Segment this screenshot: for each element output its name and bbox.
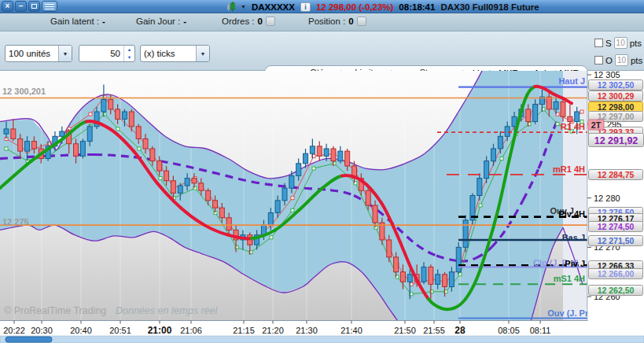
svg-text:12 280: 12 280: [594, 194, 620, 203]
title-bar: × – ▼ DAXXXXX i 12 298,00 (-0,23%) 08:18…: [0, 0, 644, 13]
instrument-name: DAX30 Full0918 Future: [440, 2, 539, 12]
svg-text:08:05: 08:05: [498, 326, 520, 335]
svg-text:Piv J: Piv J: [565, 259, 585, 268]
svg-text:2T: 2T: [591, 120, 602, 130]
o-checkbox[interactable]: [594, 56, 603, 65]
svg-text:12 284,75: 12 284,75: [598, 170, 635, 179]
o-points-input[interactable]: 10: [615, 54, 628, 66]
clock-time: 08:18:41: [399, 2, 435, 12]
svg-text:12 274,50: 12 274,50: [598, 222, 635, 231]
svg-text:21:06: 21:06: [180, 326, 202, 335]
units-select-value: 100 unités: [6, 49, 58, 58]
svg-text:12 305: 12 305: [594, 71, 620, 79]
svg-text:Données en temps réel: Données en temps réel: [116, 305, 218, 316]
gain-latent-label: Gain latent :: [50, 17, 99, 26]
account-bar: Gain latent : - Gain Jour : - Ordres : 0…: [0, 13, 644, 31]
chevron-down-icon[interactable]: ▼: [58, 46, 72, 61]
o-label: O: [605, 56, 613, 65]
svg-text:12 298,00: 12 298,00: [598, 102, 635, 112]
spinner-arrows-icon[interactable]: ▲▼: [123, 46, 134, 61]
svg-text:21:40: 21:40: [340, 326, 362, 335]
svg-text:12 262,50: 12 262,50: [598, 286, 635, 295]
position-count: Position : 0: [308, 17, 366, 26]
svg-text:12 302,50: 12 302,50: [598, 80, 635, 90]
stop-auto-row: S 10 pts: [594, 37, 642, 49]
svg-text:21:55: 21:55: [423, 326, 445, 335]
svg-text:Bas J: Bas J: [562, 233, 585, 242]
svg-text:12 300,29: 12 300,29: [598, 91, 635, 101]
svg-text:mR1 4H: mR1 4H: [553, 164, 585, 174]
gain-latent-value: -: [102, 17, 105, 26]
gain-jour: Gain Jour : -: [136, 17, 186, 26]
s-unit-label: pts: [630, 39, 642, 48]
orders-count: Ordres : 0: [222, 17, 275, 26]
svg-text:21:30: 21:30: [296, 326, 318, 335]
svg-text:21:20: 21:20: [262, 326, 284, 335]
symbol-name[interactable]: DAXXXXX: [252, 2, 295, 12]
interval-type-value: (x) ticks: [141, 49, 196, 58]
chevron-down-icon[interactable]: ▼: [241, 4, 246, 9]
svg-text:21:00: 21:00: [148, 325, 172, 336]
keyboard-icon[interactable]: [42, 1, 57, 12]
svg-text:12 291,92: 12 291,92: [594, 135, 638, 146]
units-select[interactable]: 100 unités ▼: [5, 45, 72, 62]
svg-text:12 271,50: 12 271,50: [598, 236, 635, 245]
s-points-input[interactable]: 10: [614, 37, 627, 49]
minimize-icon[interactable]: –: [15, 1, 27, 12]
svg-text:mS1 4H: mS1 4H: [554, 274, 585, 283]
objective-auto-row: O 10 pts: [594, 54, 642, 66]
svg-text:12 275: 12 275: [2, 217, 29, 227]
chevron-down-icon[interactable]: ▼: [196, 46, 209, 61]
time-axis[interactable]: 20:2220:3020:4020:5121:0021:0621:1521:20…: [0, 321, 644, 337]
position-value: 0: [348, 17, 353, 26]
window-controls: × –: [2, 1, 57, 12]
price-chart[interactable]: Haut JR1 4HmR1 4HOuv JPiv 4HBas JClo (J.…: [0, 71, 644, 343]
gain-jour-value: -: [183, 17, 186, 26]
candlestick-icon: [226, 2, 235, 12]
interval-value: 50: [79, 49, 123, 58]
gain-latent: Gain latent : -: [50, 17, 105, 26]
info-icon[interactable]: i: [300, 2, 311, 12]
trading-window: × – ▼ DAXXXXX i 12 298,00 (-0,23%) 08:18…: [0, 0, 644, 343]
svg-text:© ProRealTime Trading: © ProRealTime Trading: [4, 305, 106, 316]
gain-jour-label: Gain Jour :: [136, 17, 180, 26]
s-label: S: [605, 39, 612, 48]
price-axis[interactable]: 12 30529512 28012 27012 26012 302,5012 3…: [587, 71, 644, 336]
svg-text:Piv 4H: Piv 4H: [558, 209, 585, 219]
scrollbar-thumb: [6, 337, 52, 342]
svg-text:12 300,201: 12 300,201: [2, 87, 46, 96]
interval-type-select[interactable]: (x) ticks ▼: [140, 45, 210, 62]
s-checkbox[interactable]: [594, 39, 603, 47]
svg-text:20:51: 20:51: [109, 326, 131, 335]
o-unit-label: pts: [631, 56, 642, 65]
position-list-icon[interactable]: [357, 17, 366, 26]
svg-text:08:11: 08:11: [530, 326, 551, 335]
orders-list-icon[interactable]: [266, 17, 275, 26]
last-price-change: 12 298,00 (-0,23%): [316, 2, 393, 12]
orders-value: 0: [258, 17, 263, 26]
svg-text:Haut J: Haut J: [558, 76, 585, 86]
position-label: Position :: [308, 17, 345, 26]
close-icon[interactable]: ×: [2, 1, 13, 12]
svg-text:28: 28: [454, 325, 466, 336]
svg-text:20:30: 20:30: [31, 326, 53, 335]
restore-icon[interactable]: [28, 1, 40, 12]
orders-label: Ordres :: [222, 17, 255, 26]
chart-toolbar: 100 unités ▼ 50 ▲▼ (x) ticks ▼: [0, 31, 644, 71]
interval-stepper[interactable]: 50 ▲▼: [79, 45, 135, 62]
svg-text:20:40: 20:40: [70, 326, 92, 335]
svg-text:20:22: 20:22: [3, 326, 25, 335]
title-group: ▼ DAXXXXX i 12 298,00 (-0,23%) 08:18:41 …: [226, 1, 539, 13]
svg-text:12 266,00: 12 266,00: [598, 269, 635, 278]
scrollbar[interactable]: [0, 336, 644, 343]
svg-text:21:15: 21:15: [233, 326, 255, 335]
svg-text:21:50: 21:50: [394, 326, 416, 335]
svg-text:R1 4H: R1 4H: [561, 122, 585, 131]
